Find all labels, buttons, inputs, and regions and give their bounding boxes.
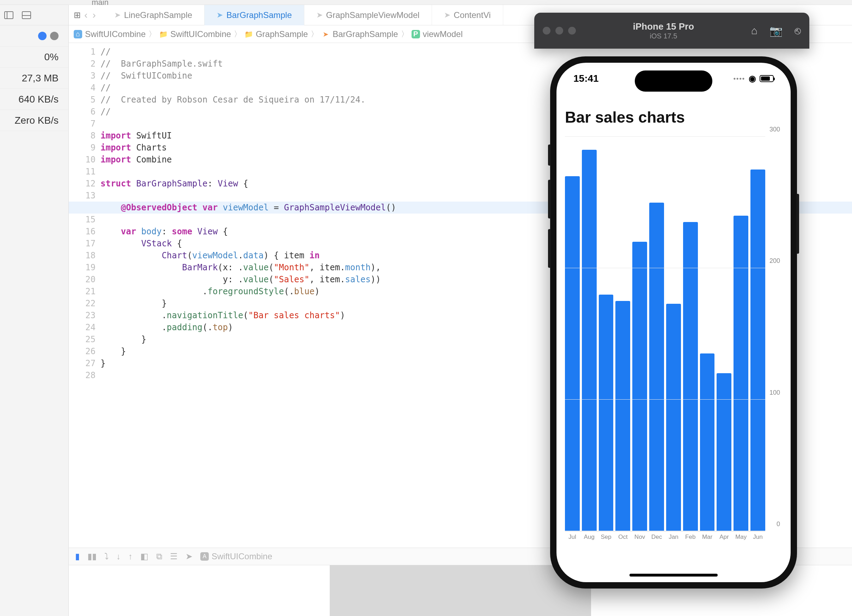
activity-badge-icon [38,32,47,40]
app-icon: ⌂ [74,30,82,38]
status-time: 15:41 [573,73,599,84]
x-axis-tick: Nov [632,533,647,541]
x-axis-tick: Feb [683,533,698,541]
volume-up-button[interactable] [548,180,551,218]
debug-hierarchy-icon[interactable]: ⧉ [156,551,162,561]
nav-forward-icon[interactable]: › [91,9,97,21]
stat-row-cpu [0,26,68,47]
y-axis-tick: 0 [776,521,780,528]
pause-badge-icon [50,32,59,40]
breakpoint-toggle-icon[interactable]: ▮ [75,551,80,561]
breadcrumb-item[interactable]: SwiftUICombine [170,29,231,39]
folder-icon: 📁 [245,30,253,38]
tab-label: LineGraphSample [124,10,192,20]
home-icon[interactable]: ⌂ [751,25,757,37]
mute-switch[interactable] [548,145,551,166]
tab-label: ContentVi [454,10,491,20]
app-target-icon: A [200,552,209,561]
breadcrumb-item[interactable]: BarGraphSample [332,29,398,39]
zoom-window-icon[interactable] [568,27,576,35]
list-view-icon[interactable] [22,11,31,19]
stat-percent: 0% [0,47,68,68]
chart-bar [751,170,765,531]
chart-title: Bar sales charts [565,108,782,126]
swift-file-icon: ➤ [216,11,223,20]
y-axis-tick: 300 [769,126,780,133]
chevron-right-icon: 〉 [148,29,156,39]
stat-disk: 640 KB/s [0,89,68,110]
chevron-right-icon: 〉 [401,29,409,39]
swift-file-icon: ➤ [114,11,121,20]
battery-icon [760,75,774,82]
chart-bar [683,222,698,531]
step-out-icon[interactable]: ↑ [128,551,133,561]
swift-file-icon: ➤ [316,11,323,20]
device-screen[interactable]: 15:41 •••• ◉ Bar sales charts 0100200300… [556,63,791,582]
chart-bar [734,216,748,531]
debug-view-icon[interactable]: ◧ [140,551,148,561]
debug-location-icon[interactable]: ➤ [186,551,193,561]
chart-bar [599,295,613,531]
tab-label: BarGraphSample [227,10,292,20]
x-axis-tick: Jul [565,533,580,541]
breadcrumb-item[interactable]: SwiftUICombine [85,29,146,39]
chart-bar [700,354,715,531]
chevron-right-icon: 〉 [311,29,319,39]
dynamic-island [635,71,712,92]
tab-bargraphsample[interactable]: ➤ BarGraphSample [204,5,304,26]
tab-graphsampleviewmodel[interactable]: ➤ GraphSampleViewModel [304,5,432,26]
chart-bar [632,242,647,531]
nav-back-icon[interactable]: ‹ [83,9,89,21]
iphone-device-frame: 15:41 •••• ◉ Bar sales charts 0100200300… [550,56,797,589]
property-icon: P [412,30,420,38]
bar-chart: 0100200300 [565,137,782,532]
x-axis-tick: Apr [717,533,731,541]
simulator-device-label: iPhone 15 Pro [576,21,751,32]
x-axis-tick: Jun [751,533,765,541]
x-axis-tick: Mar [700,533,715,541]
x-axis-tick: May [734,533,748,541]
stat-network: Zero KB/s [0,110,68,131]
breadcrumb-item[interactable]: viewModel [423,29,463,39]
chevron-right-icon: 〉 [234,29,242,39]
swift-file-icon: ➤ [444,11,450,20]
close-window-icon[interactable] [543,27,550,35]
debug-target-label[interactable]: SwiftUICombine [211,551,272,561]
y-axis-tick: 100 [769,389,780,396]
x-axis-tick: Sep [599,533,613,541]
pause-icon[interactable]: ▮▮ [88,551,97,561]
swift-file-icon: ➤ [321,30,330,38]
chart-bar [666,304,681,531]
power-button[interactable] [796,194,799,254]
chart-bar [582,150,597,531]
panel-toggle-icon[interactable] [4,11,14,19]
minimize-window-icon[interactable] [556,27,563,35]
split-handle[interactable] [330,565,591,616]
screenshot-icon[interactable]: 📷 [769,25,783,37]
tab-contentview[interactable]: ➤ ContentVi [432,5,503,26]
debug-memory-icon[interactable]: ☰ [170,551,178,561]
rotate-icon[interactable]: ⎋ [795,25,801,37]
tab-linegraphsample[interactable]: ➤ LineGraphSample [102,5,204,26]
x-axis-tick: Jan [666,533,681,541]
x-axis-tick: Dec [649,533,664,541]
step-over-icon[interactable]: ⤵ [104,551,109,561]
breadcrumb-item[interactable]: GraphSample [256,29,308,39]
chart-bar [649,203,664,532]
tab-label: GraphSampleViewModel [326,10,420,20]
simulator-os-label: iOS 17.5 [576,32,751,40]
cellular-icon: •••• [734,75,745,83]
stat-memory: 27,3 MB [0,68,68,89]
variables-view[interactable] [69,565,330,616]
chart-bar [615,301,630,531]
simulator-window[interactable]: iPhone 15 Pro iOS 17.5 ⌂ 📷 ⎋ [534,13,809,49]
folder-icon: 📁 [159,30,168,38]
left-sidebar: 0% 27,3 MB 640 KB/s Zero KB/s [0,5,69,616]
step-into-icon[interactable]: ↓ [116,551,121,561]
home-indicator[interactable] [630,574,718,577]
volume-down-button[interactable] [548,229,551,268]
related-items-icon[interactable]: ⊞ [74,10,81,20]
chart-bar [717,373,731,531]
x-axis-tick: Oct [615,533,630,541]
wifi-icon: ◉ [749,74,756,83]
